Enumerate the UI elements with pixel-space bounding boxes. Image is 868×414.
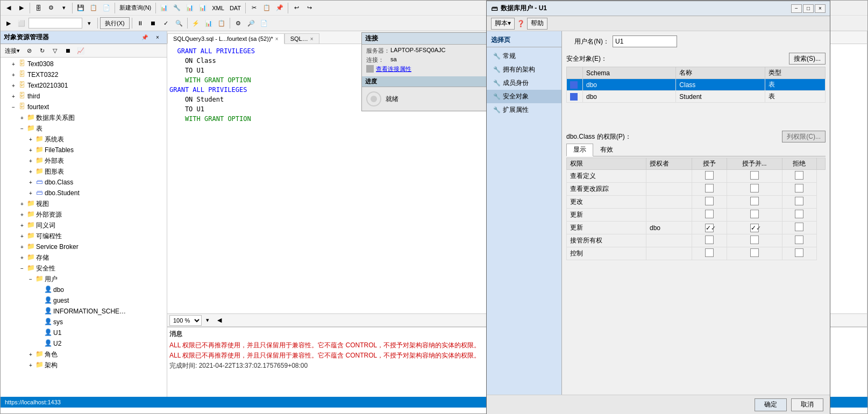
dialog-nav-security-objects[interactable]: 🔧 安全对象 — [487, 90, 561, 103]
perm-grant-with-3[interactable] — [727, 196, 782, 209]
sec-obj-row-1[interactable]: dbo Class 表 — [567, 79, 826, 91]
expand-storage[interactable]: + — [18, 255, 26, 261]
tb-icon3[interactable]: ▾ — [58, 2, 70, 14]
perms-tab-show[interactable]: 显示 — [566, 144, 593, 156]
tb-icon7[interactable]: 📊 — [158, 2, 170, 14]
dialog-nav-general[interactable]: 🔧 常规 — [487, 49, 561, 63]
tb2-icon4[interactable]: ⏹ — [147, 17, 159, 29]
tree-node-servicebroker[interactable]: + 📁 Service Broker — [1, 241, 167, 252]
tree-node-guest-user[interactable]: + 👤 guest — [1, 295, 167, 306]
perm-grant-7[interactable] — [692, 247, 727, 260]
tree-node-u2-user[interactable]: + 👤 U2 — [1, 338, 167, 349]
perm-deny-6[interactable] — [782, 234, 816, 247]
tree-node-schemas[interactable]: + 📁 架构 — [1, 360, 167, 370]
tb-icon5[interactable]: 📋 — [88, 2, 99, 14]
tb2-icon3[interactable]: ⏸ — [134, 17, 146, 29]
sec-obj-row-2[interactable]: dbo Student 表 — [567, 91, 826, 103]
tb2-icon1[interactable]: ▶ — [3, 17, 15, 29]
expand-roles[interactable]: + — [26, 352, 35, 358]
perm-grant-with-7[interactable] — [727, 247, 782, 260]
tb-icon1[interactable]: 🗄 — [32, 2, 44, 14]
perm-grant-4[interactable] — [692, 209, 727, 222]
tb-icon11[interactable]: XML — [210, 2, 226, 14]
tree-node-u1-user[interactable]: + 👤 U1 — [1, 327, 167, 338]
perm-grant-2[interactable] — [692, 183, 727, 196]
expand-fourtext[interactable]: − — [9, 104, 18, 110]
cb-grant-3[interactable] — [705, 197, 714, 205]
expand-programmable[interactable]: + — [18, 233, 26, 239]
tb2-icon5[interactable]: ✓ — [160, 17, 172, 29]
panel-close-btn[interactable]: × — [152, 33, 163, 42]
expand-filetables[interactable]: + — [26, 147, 35, 153]
zoom-selector[interactable]: 100 % — [169, 315, 202, 326]
perm-row-7[interactable]: 控制 — [567, 247, 826, 260]
perms-tab-effective[interactable]: 有效 — [593, 144, 620, 156]
cancel-btn[interactable]: 取消 — [791, 398, 823, 411]
zoom-dropdown-btn[interactable]: ▾ — [202, 315, 214, 326]
perm-row-3[interactable]: 更改 — [567, 196, 826, 209]
undo-btn[interactable]: ↩ — [290, 2, 302, 14]
tree-node-fourtext[interactable]: − 🗄 fourtext — [1, 102, 167, 112]
script-btn[interactable]: 脚本▾ — [491, 18, 515, 30]
tb-icon2[interactable]: ⚙ — [45, 2, 57, 14]
tree-node-sys-user[interactable]: + 👤 sys — [1, 317, 167, 327]
expand-text0322[interactable]: + — [9, 72, 18, 78]
forward-btn[interactable]: ▶ — [16, 2, 27, 14]
new-query-btn[interactable]: 新建查询(N) — [117, 2, 153, 14]
cb-grant-5[interactable]: ✓ — [705, 224, 714, 232]
perm-grant-with-2[interactable] — [727, 183, 782, 196]
copy-btn[interactable]: 📋 — [261, 2, 273, 14]
tree-node-extables[interactable]: + 📁 外部表 — [1, 155, 167, 166]
cb-grant-with-1[interactable] — [750, 171, 759, 180]
expand-users[interactable]: − — [26, 276, 35, 282]
expand-text0308[interactable]: + — [9, 61, 18, 67]
expand-synonyms[interactable]: + — [18, 223, 26, 229]
tb2-icon2[interactable]: ⬜ — [16, 17, 27, 29]
perm-row-1[interactable]: 查看定义 — [567, 170, 826, 183]
execute-btn[interactable]: 执行(X) — [100, 17, 130, 29]
cb-deny-4[interactable] — [795, 210, 803, 218]
connect-btn[interactable]: 连接▾ — [3, 45, 22, 56]
tree-node-users[interactable]: − 📁 用户 — [1, 274, 167, 284]
tb-icon6[interactable]: 📄 — [101, 2, 112, 14]
tb2-icon10[interactable]: ⚙ — [232, 17, 244, 29]
expand-dboclass[interactable]: + — [26, 180, 35, 185]
db-selector-input[interactable]: fourtext — [29, 18, 82, 28]
tb2-icon9[interactable]: 📋 — [216, 17, 227, 29]
dialog-nav-extend-props[interactable]: 🔧 扩展属性 — [487, 103, 561, 117]
tree-node-dbdiagram[interactable]: + 📁 数据库关系图 — [1, 112, 167, 123]
expand-text20210301[interactable]: + — [9, 83, 18, 89]
tb2-icon11[interactable]: 🔎 — [245, 17, 257, 29]
tb2-icon12[interactable]: 📄 — [258, 17, 270, 29]
perm-grant-with-5[interactable]: ✓ — [727, 222, 782, 234]
tree-node-filetables[interactable]: + 📁 FileTables — [1, 145, 167, 155]
expand-exresource[interactable]: + — [18, 212, 26, 218]
tree-node-views[interactable]: + 📁 视图 — [1, 198, 167, 209]
tree-node-dboclass[interactable]: + 🗃 dbo.Class — [1, 177, 167, 188]
cb-deny-5[interactable] — [795, 223, 803, 231]
tree-node-systables[interactable]: + 📁 系统表 — [1, 134, 167, 145]
dialog-nav-member-identity[interactable]: 🔧 成员身份 — [487, 76, 561, 90]
tab-close-1[interactable]: × — [275, 36, 279, 42]
expand-servicebroker[interactable]: + — [18, 244, 26, 250]
disconnect-btn[interactable]: ⊘ — [23, 45, 35, 56]
tree-node-text20210301[interactable]: + 🗄 Text20210301 — [1, 80, 167, 91]
perm-deny-3[interactable] — [782, 196, 816, 209]
activity-btn[interactable]: 📈 — [75, 45, 87, 56]
view-connection-link[interactable]: 查看连接属性 — [376, 65, 411, 73]
expand-tables[interactable]: − — [18, 126, 26, 132]
cb-deny-6[interactable] — [795, 235, 803, 244]
perm-row-4[interactable]: 更新 — [567, 209, 826, 222]
cb-grant-with-5[interactable]: ✓ — [750, 224, 759, 232]
tree-node-synonyms[interactable]: + 📁 同义词 — [1, 220, 167, 231]
cb-grant-with-7[interactable] — [750, 248, 759, 257]
tree-node-dbostudent[interactable]: + 🗃 dbo.Student — [1, 188, 167, 198]
tree-node-security[interactable]: − 📁 安全性 — [1, 263, 167, 274]
perm-grant-with-6[interactable] — [727, 234, 782, 247]
tb-icon10[interactable]: 📊 — [197, 2, 209, 14]
sql-tab-2[interactable]: SQL… × — [284, 33, 319, 44]
dialog-maximize-btn[interactable]: □ — [803, 4, 814, 13]
perm-grant-1[interactable] — [692, 170, 727, 183]
filter-btn[interactable]: ▽ — [49, 45, 61, 56]
perm-deny-1[interactable] — [782, 170, 816, 183]
